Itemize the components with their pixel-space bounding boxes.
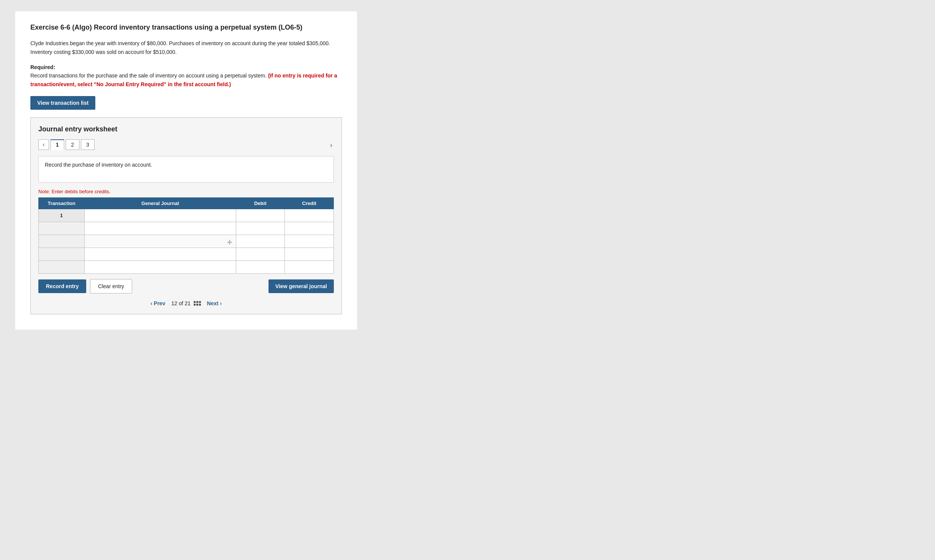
- credit-cell[interactable]: [285, 261, 334, 274]
- journal-cell[interactable]: [84, 222, 236, 235]
- journal-cell-dashed[interactable]: ✛: [84, 235, 236, 248]
- credit-input-1[interactable]: [288, 213, 330, 218]
- journal-input-1[interactable]: [88, 213, 233, 218]
- page-current: 12 of 21: [171, 300, 191, 306]
- bottom-buttons-row: Record entry Clear entry View general jo…: [38, 279, 334, 293]
- crosshair-icon: ✛: [227, 239, 232, 246]
- tab-next-arrow[interactable]: ›: [330, 141, 332, 149]
- col-transaction: Transaction: [39, 198, 85, 209]
- debit-input-2[interactable]: [239, 226, 282, 231]
- tab-prev-arrow[interactable]: ‹: [38, 139, 49, 150]
- credit-input-2[interactable]: [288, 226, 330, 231]
- grid-dot: [196, 301, 198, 303]
- clear-entry-button[interactable]: Clear entry: [90, 279, 132, 293]
- record-entry-button[interactable]: Record entry: [38, 279, 86, 293]
- credit-input-3[interactable]: [288, 238, 330, 244]
- journal-cell[interactable]: [84, 209, 236, 222]
- table-row: ✛: [39, 235, 334, 248]
- worksheet-container: Journal entry worksheet ‹ 1 2 3 › Record…: [30, 117, 342, 314]
- transaction-cell: 1: [39, 209, 85, 222]
- credit-input-4[interactable]: [288, 251, 330, 257]
- instruction-box: Record the purchase of inventory on acco…: [38, 156, 334, 183]
- next-button[interactable]: Next ›: [207, 300, 222, 306]
- credit-cell[interactable]: [285, 209, 334, 222]
- grid-dot: [199, 304, 201, 306]
- instruction-text: Record the purchase of inventory on acco…: [45, 162, 152, 168]
- debit-input-5[interactable]: [239, 264, 282, 270]
- transaction-cell: [39, 222, 85, 235]
- credit-input-5[interactable]: [288, 264, 330, 270]
- next-chevron: ›: [220, 300, 222, 306]
- required-section: Required: Record transactions for the pu…: [30, 63, 342, 88]
- transaction-cell: [39, 261, 85, 274]
- col-credit: Credit: [285, 198, 334, 209]
- page-container: Exercise 6-6 (Algo) Record inventory tra…: [15, 11, 357, 330]
- transaction-cell: [39, 248, 85, 261]
- journal-input-3[interactable]: [88, 238, 218, 244]
- transaction-cell: [39, 235, 85, 248]
- tab-1[interactable]: 1: [51, 139, 64, 150]
- prev-button[interactable]: ‹ Prev: [150, 300, 165, 306]
- debit-input-1[interactable]: [239, 213, 282, 218]
- pagination-row: ‹ Prev 12 of 21 Next ›: [38, 300, 334, 306]
- grid-dot: [199, 301, 201, 303]
- col-general-journal: General Journal: [84, 198, 236, 209]
- table-row: [39, 261, 334, 274]
- debit-cell[interactable]: [236, 261, 285, 274]
- view-transaction-button[interactable]: View transaction list: [30, 96, 95, 110]
- debit-cell[interactable]: [236, 248, 285, 261]
- debit-cell[interactable]: [236, 235, 285, 248]
- required-label: Required:: [30, 64, 55, 70]
- journal-input-4[interactable]: [88, 251, 233, 257]
- tab-navigation: ‹ 1 2 3: [38, 139, 334, 150]
- journal-input-2[interactable]: [88, 226, 233, 231]
- tab-2[interactable]: 2: [66, 139, 79, 150]
- debit-cell[interactable]: [236, 222, 285, 235]
- tab-3[interactable]: 3: [81, 139, 95, 150]
- debit-cell[interactable]: [236, 209, 285, 222]
- prev-chevron: ‹: [150, 300, 152, 306]
- debit-input-4[interactable]: [239, 251, 282, 257]
- exercise-description: Clyde Industries began the year with inv…: [30, 39, 342, 56]
- table-row: [39, 222, 334, 235]
- journal-cell[interactable]: [84, 248, 236, 261]
- grid-dot: [194, 301, 196, 303]
- credit-cell[interactable]: [285, 248, 334, 261]
- table-row: [39, 248, 334, 261]
- grid-dot: [194, 304, 196, 306]
- credit-cell[interactable]: [285, 235, 334, 248]
- table-row: 1: [39, 209, 334, 222]
- required-text: Record transactions for the purchase and…: [30, 73, 267, 79]
- view-general-journal-button[interactable]: View general journal: [268, 279, 334, 293]
- exercise-title: Exercise 6-6 (Algo) Record inventory tra…: [30, 23, 342, 32]
- worksheet-title: Journal entry worksheet: [38, 125, 334, 133]
- page-info: 12 of 21: [171, 300, 201, 306]
- note-text: Note: Enter debits before credits.: [38, 189, 334, 194]
- next-label: Next: [207, 300, 218, 306]
- journal-table: Transaction General Journal Debit Credit…: [38, 197, 334, 274]
- credit-cell[interactable]: [285, 222, 334, 235]
- journal-cell[interactable]: [84, 261, 236, 274]
- grid-dot: [196, 304, 198, 306]
- journal-input-5[interactable]: [88, 264, 233, 270]
- col-debit: Debit: [236, 198, 285, 209]
- debit-input-3[interactable]: [239, 238, 282, 244]
- grid-icon: [194, 301, 201, 306]
- prev-label: Prev: [154, 300, 165, 306]
